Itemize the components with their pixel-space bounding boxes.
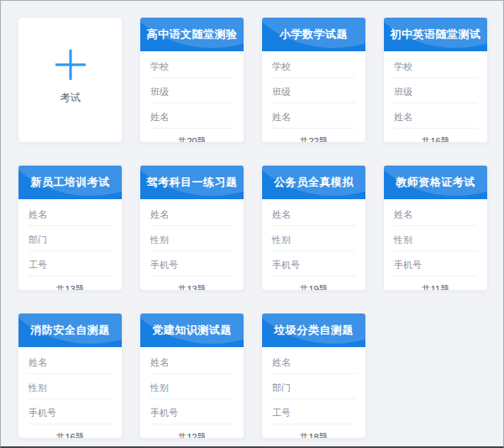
card-body: 姓名 性别 手机号 共12题: [140, 347, 244, 439]
exam-card-header: 新员工培训考试: [18, 166, 122, 199]
card-field: 部门: [272, 374, 355, 399]
card-body: 姓名 部门 工号 共18题: [262, 347, 365, 439]
field-label: 姓名: [29, 209, 47, 219]
card-count: 共18题: [272, 424, 355, 439]
card-field: 姓名: [150, 201, 234, 226]
card-field: 班级: [272, 78, 355, 103]
card-fields: 姓名 性别 手机号: [272, 201, 355, 277]
create-exam-label: 考试: [60, 91, 81, 105]
card-field: 姓名: [150, 103, 234, 129]
card-fields: 姓名 性别 手机号: [394, 201, 477, 277]
card-field: 性别: [150, 374, 234, 399]
card-fields: 姓名 性别 手机号: [29, 349, 112, 424]
card-title: 消防安全自测题: [30, 323, 110, 338]
exam-card[interactable]: 教师资格证考试 姓名 性别 手机号 共11题: [383, 165, 488, 291]
field-label: 手机号: [150, 408, 178, 418]
card-field: 部门: [29, 226, 112, 251]
card-body: 姓名 性别 手机号 共19题: [262, 199, 365, 291]
card-title: 驾考科目一练习题: [147, 175, 238, 190]
card-field: 手机号: [272, 251, 355, 277]
field-label: 班级: [150, 87, 169, 97]
card-count: 共16题: [29, 424, 112, 439]
exam-card[interactable]: 公务员全真模拟 姓名 性别 手机号 共19题: [261, 165, 366, 291]
card-field: 学校: [272, 53, 355, 78]
exam-card-header: 党建知识测试题: [140, 314, 244, 347]
card-field: 手机号: [150, 399, 234, 424]
exam-card[interactable]: 消防安全自测题 姓名 性别 手机号 共16题: [18, 313, 123, 439]
field-label: 性别: [150, 235, 169, 245]
card-field: 姓名: [29, 349, 112, 374]
card-field: 姓名: [150, 349, 234, 374]
exam-card-header: 高中语文随堂测验: [140, 18, 244, 51]
field-label: 姓名: [150, 209, 169, 219]
card-fields: 姓名 部门 工号: [272, 349, 355, 424]
card-field: 班级: [150, 78, 234, 103]
card-fields: 姓名 部门 工号: [29, 201, 112, 277]
card-count: 共22题: [272, 129, 355, 143]
field-label: 手机号: [394, 260, 422, 270]
card-field: 手机号: [29, 399, 112, 424]
field-label: 姓名: [150, 357, 169, 367]
card-title: 新员工培训考试: [30, 175, 110, 190]
exam-card-header: 公务员全真模拟: [262, 166, 365, 199]
card-field: 姓名: [29, 201, 112, 226]
card-field: 性别: [272, 226, 355, 251]
card-field: 姓名: [394, 201, 477, 226]
card-fields: 学校 班级 姓名: [272, 53, 355, 129]
card-body: 姓名 性别 手机号 共13题: [140, 199, 244, 291]
field-label: 学校: [394, 61, 412, 71]
card-count: 共13题: [29, 277, 112, 291]
field-label: 姓名: [272, 357, 291, 367]
exam-card-header: 小学数学试题: [262, 18, 365, 51]
exam-card-header: 垃圾分类自测题: [262, 314, 365, 347]
card-count: 共11题: [394, 277, 477, 291]
card-count: 共12题: [150, 424, 234, 439]
card-title: 小学数学试题: [280, 27, 348, 42]
card-field: 学校: [394, 53, 477, 78]
card-fields: 姓名 性别 手机号: [150, 349, 234, 424]
field-label: 性别: [272, 235, 291, 245]
card-title: 党建知识测试题: [152, 323, 232, 338]
exam-card-header: 教师资格证考试: [384, 166, 487, 199]
exam-grid: 考试 高中语文随堂测验 学校 班级 姓名 共20题 小学数学试题: [1, 1, 503, 448]
create-exam-card[interactable]: 考试: [18, 17, 123, 143]
exam-card[interactable]: 新员工培训考试 姓名 部门 工号 共13题: [18, 165, 123, 291]
card-title: 初中英语随堂测试: [391, 27, 481, 42]
card-field: 姓名: [272, 103, 355, 129]
field-label: 姓名: [29, 357, 47, 367]
card-title: 公务员全真模拟: [274, 175, 354, 190]
exam-card[interactable]: 垃圾分类自测题 姓名 部门 工号 共18题: [261, 313, 366, 439]
field-label: 姓名: [272, 112, 291, 122]
card-body: 学校 班级 姓名 共16题: [384, 51, 487, 143]
field-label: 姓名: [394, 209, 412, 219]
field-label: 性别: [150, 382, 169, 393]
exam-card-header: 消防安全自测题: [18, 314, 122, 347]
exam-card-header: 驾考科目一练习题: [140, 166, 244, 199]
field-label: 班级: [272, 87, 291, 97]
card-count: 共20题: [150, 129, 234, 143]
exam-card[interactable]: 党建知识测试题 姓名 性别 手机号 共12题: [139, 313, 244, 439]
field-label: 性别: [394, 235, 412, 245]
card-fields: 学校 班级 姓名: [150, 53, 234, 129]
card-field: 工号: [272, 399, 355, 424]
card-field: 性别: [29, 374, 112, 399]
field-label: 姓名: [150, 112, 169, 122]
field-label: 性别: [29, 382, 47, 393]
card-title: 教师资格证考试: [396, 175, 475, 190]
exam-card[interactable]: 初中英语随堂测试 学校 班级 姓名 共16题: [383, 17, 488, 143]
field-label: 学校: [150, 61, 169, 71]
card-body: 学校 班级 姓名 共22题: [262, 51, 365, 143]
card-fields: 学校 班级 姓名: [394, 53, 477, 129]
card-field: 姓名: [272, 349, 355, 374]
field-label: 部门: [29, 235, 47, 245]
exam-card[interactable]: 驾考科目一练习题 姓名 性别 手机号 共13题: [139, 165, 244, 291]
field-label: 工号: [29, 260, 47, 270]
field-label: 学校: [272, 61, 291, 71]
field-label: 手机号: [272, 260, 300, 270]
exam-card[interactable]: 小学数学试题 学校 班级 姓名 共22题: [261, 17, 366, 143]
card-body: 姓名 部门 工号 共13题: [18, 199, 122, 291]
exam-card[interactable]: 高中语文随堂测验 学校 班级 姓名 共20题: [139, 17, 244, 143]
field-label: 手机号: [29, 408, 56, 418]
field-label: 工号: [272, 408, 291, 418]
card-count: 共13题: [150, 277, 234, 291]
